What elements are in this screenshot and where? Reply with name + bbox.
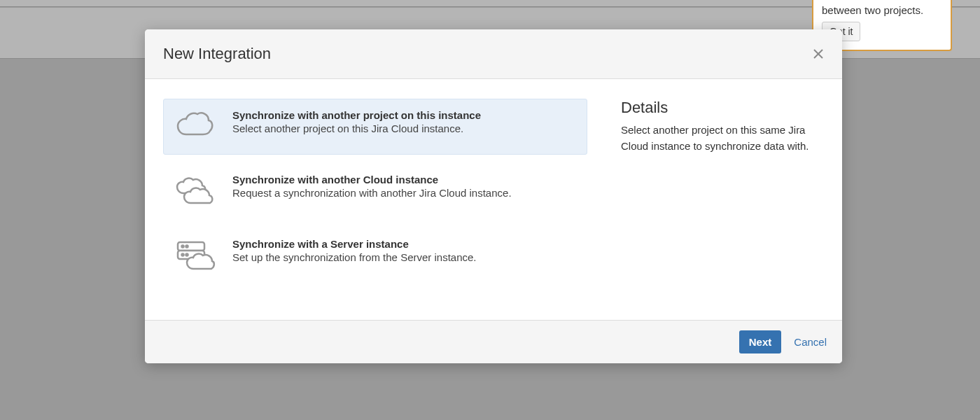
details-panel: Details Select another project on this s… bbox=[621, 99, 824, 292]
options-list: Synchronize with another project on this… bbox=[163, 99, 587, 292]
modal-header: New Integration bbox=[145, 29, 842, 79]
new-integration-modal: New Integration Synchronize with another… bbox=[145, 29, 842, 363]
cloud-icon bbox=[174, 109, 216, 144]
option-server[interactable]: Synchronize with a Server instance Set u… bbox=[163, 227, 587, 284]
next-button[interactable]: Next bbox=[739, 330, 782, 354]
hint-tooltip-text: between two projects. bbox=[822, 4, 942, 16]
clouds-icon bbox=[174, 174, 216, 209]
svg-point-6 bbox=[182, 254, 184, 256]
option-same-instance[interactable]: Synchronize with another project on this… bbox=[163, 99, 587, 155]
svg-point-7 bbox=[186, 254, 188, 256]
option-title: Synchronize with another Cloud instance bbox=[232, 174, 577, 186]
option-desc: Set up the synchronization from the Serv… bbox=[232, 251, 577, 263]
modal-body: Synchronize with another project on this… bbox=[145, 79, 842, 320]
option-title: Synchronize with another project on this… bbox=[232, 109, 577, 121]
details-heading: Details bbox=[621, 99, 824, 117]
option-desc: Select another project on this Jira Clou… bbox=[232, 122, 577, 134]
svg-point-5 bbox=[186, 246, 188, 248]
server-cloud-icon bbox=[174, 238, 216, 273]
close-icon[interactable] bbox=[813, 48, 824, 59]
cancel-button[interactable]: Cancel bbox=[794, 336, 827, 348]
option-another-cloud[interactable]: Synchronize with another Cloud instance … bbox=[163, 163, 587, 219]
modal-footer: Next Cancel bbox=[145, 320, 842, 363]
details-text: Select another project on this same Jira… bbox=[621, 122, 824, 154]
option-desc: Request a synchronization with another J… bbox=[232, 187, 577, 199]
svg-point-4 bbox=[182, 246, 184, 248]
modal-title: New Integration bbox=[163, 45, 271, 63]
option-title: Synchronize with a Server instance bbox=[232, 238, 577, 250]
